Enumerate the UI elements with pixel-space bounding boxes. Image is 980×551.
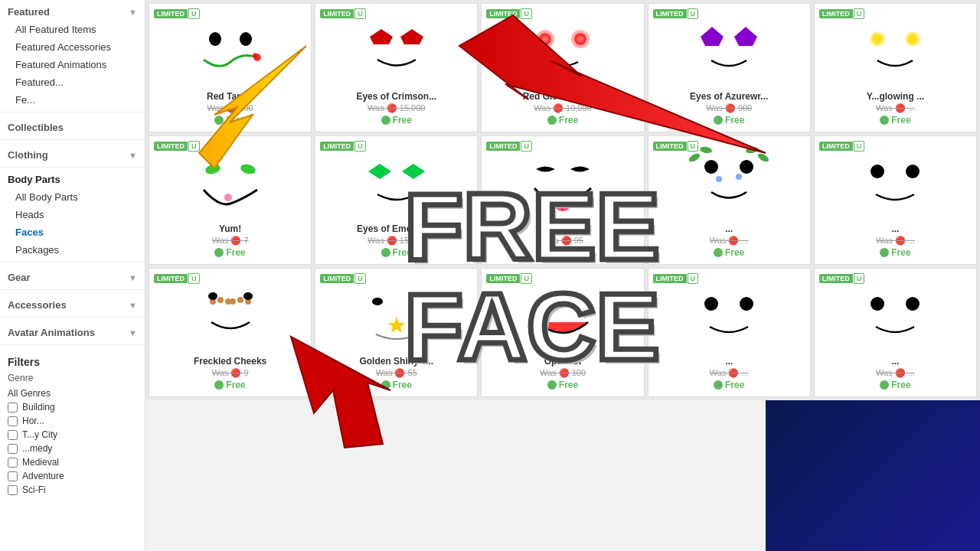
- limited-badge: LIMITED U: [154, 8, 200, 19]
- robux-icon: [880, 380, 889, 390]
- item-card-red-glowing[interactable]: LIMITED U Red Glowing Eyes Was 🔴 10,000: [481, 3, 644, 132]
- item-card-golden-shiny[interactable]: LIMITED U Golden Shiny T... Was 🔴 55 Fre…: [315, 268, 478, 397]
- badge-u-text: U: [521, 8, 532, 19]
- item-card-hidden4[interactable]: LIMITED U ... Was 🔴 ... Free: [814, 268, 977, 397]
- filter-horror[interactable]: Hor...: [8, 414, 137, 428]
- svg-point-14: [253, 53, 257, 57]
- sidebar-item-packages[interactable]: Packages: [0, 241, 145, 259]
- filter-scifi-label: Sci-Fi: [22, 484, 46, 495]
- sidebar-section-gear[interactable]: Gear ▼: [0, 266, 145, 286]
- svg-point-39: [906, 165, 920, 178]
- filter-comedy[interactable]: ...medy: [8, 442, 137, 455]
- item-card-hidden1[interactable]: LIMITED U ...: [648, 135, 811, 265]
- item-card-optimist[interactable]: LIMITED U Optimist Was 🔴 100 Free: [481, 268, 644, 397]
- face-svg: [181, 10, 280, 86]
- svg-point-30: [704, 160, 718, 174]
- badge-limited-text: LIMITED: [320, 142, 354, 151]
- item-was: Was 🔴 ...: [710, 368, 749, 378]
- svg-point-37: [756, 152, 770, 164]
- sidebar-item-all-featured[interactable]: All Featured Items: [0, 21, 145, 38]
- item-was: Was 🔴 10,000: [534, 103, 591, 113]
- item-price: Free: [880, 380, 910, 390]
- item-card-prankster[interactable]: LIMITED U Prankster Was 🔴 95 Free: [481, 135, 644, 265]
- face-svg: [513, 142, 612, 219]
- sidebar-item-featured-accessories[interactable]: Featured Accessories: [0, 38, 145, 56]
- filter-building[interactable]: Building: [8, 400, 137, 414]
- sidebar-section-accessories[interactable]: Accessories ▼: [0, 293, 145, 314]
- filters-section: Filters Genre All Genres Building Hor...…: [0, 348, 145, 504]
- filter-town-city[interactable]: T...y City: [8, 428, 137, 442]
- badge-u-text: U: [521, 141, 532, 152]
- item-card-hidden2[interactable]: LIMITED U ... Was 🔴 ... Free: [814, 135, 977, 265]
- limited-badge: LIMITED U: [486, 273, 532, 284]
- badge-u-text: U: [854, 141, 865, 152]
- svg-point-43: [230, 298, 236, 305]
- sidebar-item-featured-animations[interactable]: Featured Animations: [0, 56, 145, 73]
- svg-point-53: [704, 297, 718, 311]
- filter-medieval-checkbox[interactable]: [8, 458, 18, 468]
- sidebar-item-featured-4[interactable]: Fe...: [0, 91, 145, 109]
- item-card-yellow-glow[interactable]: LIMITED U Y...glowing ... Was 🔴 ... Free: [814, 3, 977, 132]
- face-image-eyes-emerald: [347, 142, 446, 219]
- item-name: Golden Shiny T...: [322, 356, 471, 367]
- svg-point-12: [240, 32, 252, 46]
- filter-town-city-checkbox[interactable]: [8, 430, 18, 440]
- badge-u-text: U: [688, 8, 699, 19]
- item-card-freckled[interactable]: LIMITED U Freck: [149, 268, 312, 397]
- svg-point-46: [208, 292, 217, 300]
- sidebar-section-collectibles[interactable]: Collectibles: [0, 116, 145, 136]
- filter-building-checkbox[interactable]: [8, 403, 18, 412]
- item-name: Yum!: [155, 223, 305, 234]
- filter-scifi[interactable]: Sci-Fi: [8, 483, 137, 497]
- sidebar-section-featured[interactable]: Featured ▼: [0, 0, 145, 21]
- face-image-yum: [181, 142, 280, 219]
- svg-point-22: [872, 34, 883, 44]
- face-image-optimist: [513, 275, 612, 351]
- filter-horror-checkbox[interactable]: [8, 416, 18, 426]
- filter-adventure-label: Adventure: [22, 471, 64, 481]
- svg-point-41: [217, 297, 224, 303]
- sidebar-section-avatar-animations[interactable]: Avatar Animations ▼: [0, 321, 145, 341]
- filter-scifi-checkbox[interactable]: [8, 485, 18, 495]
- face-svg: [181, 275, 280, 351]
- item-card-eyes-azure[interactable]: LIMITED U Eyes of Azurewr... Was 🔴 900 F…: [648, 3, 811, 132]
- badge-u-text: U: [188, 141, 200, 152]
- item-card-yum[interactable]: LIMITED U Yum! Was 🔴 7 Free: [149, 135, 312, 265]
- filter-adventure-checkbox[interactable]: [8, 471, 18, 481]
- svg-point-17: [542, 36, 548, 42]
- item-card-hidden3[interactable]: LIMITED U ... Was 🔴 ... Free: [648, 268, 811, 397]
- item-was: Was 🔴 ...: [876, 368, 915, 378]
- item-was: Was 🔴 95: [542, 236, 583, 246]
- robux-icon: [381, 116, 390, 125]
- robux-icon: [214, 248, 224, 257]
- item-card-red-tango[interactable]: LIMITED U Red Tango Was 🔴 500 Free: [149, 3, 312, 132]
- filter-comedy-checkbox[interactable]: [8, 444, 18, 454]
- limited-badge: LIMITED U: [653, 273, 699, 284]
- sidebar-item-heads[interactable]: Heads: [0, 206, 145, 223]
- filter-medieval[interactable]: Medieval: [8, 455, 137, 469]
- item-name: Eyes of Azurewr...: [655, 91, 804, 102]
- sidebar-section-clothing[interactable]: Clothing ▼: [0, 143, 145, 164]
- item-card-eyes-crimson[interactable]: LIMITED U Eyes of Crimson... Was 🔴 15,00…: [315, 3, 478, 132]
- sidebar-item-all-body-parts[interactable]: All Body Parts: [0, 188, 145, 206]
- item-was: Was 🔴 900: [706, 103, 752, 113]
- sidebar-item-featured-3[interactable]: Featured...: [0, 73, 145, 91]
- item-card-eyes-emerald[interactable]: LIMITED U Eyes of Emerald... Was 🔴 15,00…: [315, 135, 478, 265]
- badge-u-text: U: [854, 273, 865, 284]
- item-name: Prankster: [488, 223, 637, 234]
- svg-point-32: [716, 176, 722, 182]
- sidebar-item-faces[interactable]: Faces: [0, 223, 145, 241]
- filters-title: Filters: [8, 356, 137, 368]
- sidebar-section-body-parts[interactable]: Body Parts: [0, 171, 145, 188]
- face-svg: [679, 142, 779, 219]
- filter-medieval-label: Medieval: [22, 457, 59, 468]
- limited-badge: LIMITED U: [819, 141, 865, 152]
- item-price: Free: [381, 247, 412, 258]
- svg-point-31: [740, 160, 753, 174]
- filter-all-genres[interactable]: All Genres: [8, 386, 137, 400]
- filter-adventure[interactable]: Adventure: [8, 469, 137, 483]
- badge-u-text: U: [188, 273, 200, 284]
- item-price: Free: [214, 115, 245, 126]
- face-image-hidden3: [679, 275, 779, 351]
- limited-badge: LIMITED U: [653, 141, 699, 152]
